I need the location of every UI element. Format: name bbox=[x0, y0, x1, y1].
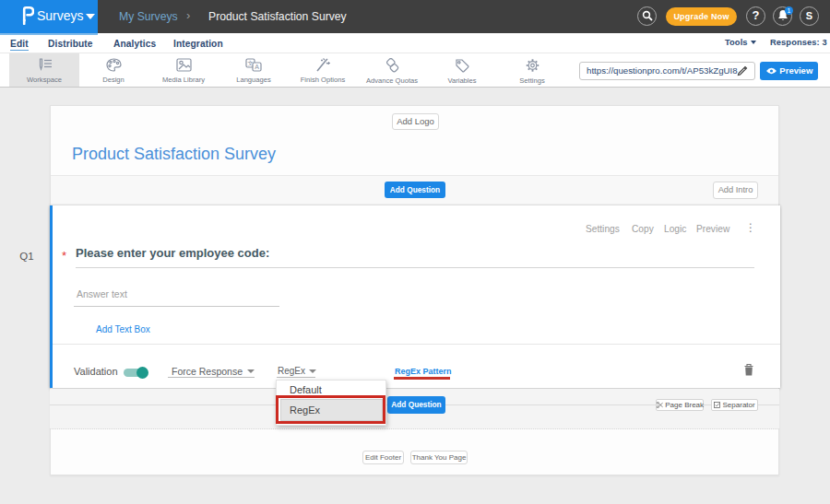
svg-text:文: 文 bbox=[247, 60, 254, 66]
svg-text:A: A bbox=[255, 64, 259, 70]
